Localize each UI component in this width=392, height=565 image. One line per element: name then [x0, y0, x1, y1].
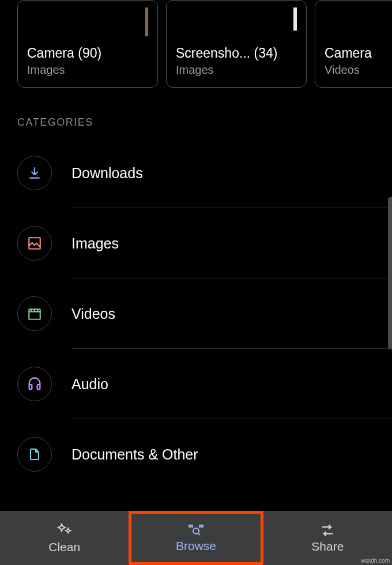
folder-card-camera[interactable]: Camera (90) Images [17, 0, 158, 88]
folder-title: Camera [325, 46, 392, 61]
sparkle-icon [56, 522, 73, 539]
folder-title: Screensho... (34) [176, 46, 297, 61]
category-label: Images [71, 235, 119, 252]
category-list: Downloads Images Videos Au [0, 138, 392, 489]
folder-thumbnails [176, 7, 297, 41]
download-icon [17, 156, 52, 190]
category-images[interactable]: Images [17, 208, 392, 278]
video-icon [17, 296, 52, 331]
share-icon [319, 522, 336, 538]
watermark: wsxdn.com [361, 558, 390, 564]
browse-icon [187, 523, 205, 538]
nav-share[interactable]: Share [263, 511, 392, 565]
category-label: Downloads [71, 165, 143, 182]
folder-card-screenshots[interactable]: Screensho... (34) Images [166, 0, 307, 88]
nav-browse[interactable]: Browse [129, 511, 263, 565]
folder-type: Images [176, 63, 297, 77]
svg-point-2 [193, 528, 199, 534]
category-documents[interactable]: Documents & Other [17, 419, 392, 489]
category-label: Documents & Other [71, 446, 198, 463]
document-icon [17, 437, 52, 472]
image-icon [17, 226, 52, 261]
category-audio[interactable]: Audio [17, 349, 392, 419]
audio-icon [17, 367, 52, 401]
nav-label: Clean [48, 540, 80, 554]
scroll-indicator[interactable] [388, 197, 392, 349]
folder-card-camera-videos[interactable]: Camera Videos [315, 0, 392, 88]
folder-thumbnails [325, 7, 392, 41]
category-label: Videos [71, 306, 115, 322]
nav-clean[interactable]: Clean [0, 511, 129, 565]
category-downloads[interactable]: Downloads [17, 138, 392, 208]
nav-label: Browse [176, 539, 216, 553]
folder-row: Camera (90) Images Screensho... (34) Ima… [0, 0, 392, 88]
bottom-nav: Clean Browse Share [0, 511, 392, 565]
category-label: Audio [71, 376, 108, 393]
category-videos[interactable]: Videos [17, 278, 392, 349]
folder-type: Images [27, 63, 148, 77]
folder-thumbnails [27, 7, 148, 41]
folder-type: Videos [325, 63, 392, 77]
categories-header: CATEGORIES [0, 88, 392, 138]
folder-title: Camera (90) [27, 46, 148, 61]
nav-label: Share [311, 540, 344, 553]
